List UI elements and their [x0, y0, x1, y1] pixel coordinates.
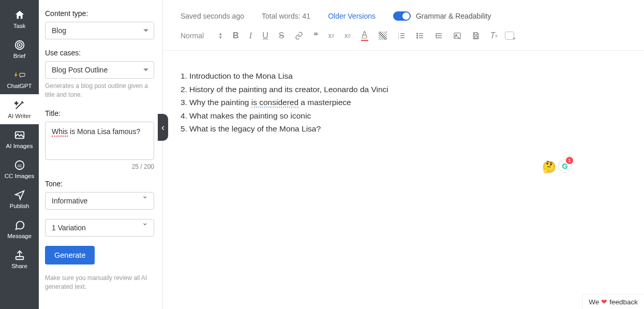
rail-label: AI Writer	[8, 113, 31, 119]
use-cases-helper: Generates a blog post outline given a ti…	[45, 82, 154, 100]
disclaimer-text: Make sure you manually review all AI gen…	[45, 274, 154, 292]
svg-point-10	[416, 33, 417, 34]
wand-icon	[0, 99, 39, 111]
home-icon	[0, 9, 39, 21]
add-block-button[interactable]	[505, 32, 514, 40]
paragraph-style-select[interactable]: Normal ▲▼	[181, 32, 222, 40]
editor-main: Saved seconds ago Total words: 41 Older …	[163, 0, 644, 309]
image-ai-icon	[0, 129, 39, 141]
share-icon	[0, 249, 39, 261]
feedback-button[interactable]: We ❤ feedback	[582, 294, 644, 309]
save-icon	[472, 32, 480, 40]
italic-button[interactable]: I	[249, 31, 252, 41]
use-cases-label: Use cases:	[45, 49, 154, 57]
generate-label: Generate	[54, 251, 85, 259]
rail-item-message[interactable]: Message	[0, 214, 39, 244]
list-item: 3.Why the painting is considered a maste…	[181, 96, 626, 109]
saved-status: Saved seconds ago	[181, 12, 244, 20]
variation-select[interactable]: 1 Variation	[45, 219, 154, 237]
tone-label: Tone:	[45, 180, 154, 188]
strikethrough-button[interactable]: S	[279, 31, 284, 40]
svg-rect-6	[16, 257, 23, 260]
editor-topbar: Saved seconds ago Total words: 41 Older …	[163, 0, 644, 28]
link-button[interactable]	[295, 32, 303, 40]
ordered-list-button[interactable]: 123	[397, 32, 406, 40]
font-color-button[interactable]: A	[361, 30, 368, 41]
document-body[interactable]: 1.Introduction to the Mona Lisa 2.Histor…	[163, 51, 644, 154]
rail-item-chatgpt[interactable]: ChatGPT	[0, 64, 39, 94]
rail-label: ChatGPT	[7, 83, 32, 89]
rail-label: Brief	[13, 53, 26, 59]
image-icon	[453, 32, 461, 40]
rail-item-task[interactable]: Task	[0, 4, 39, 34]
svg-text:cc: cc	[17, 164, 21, 168]
generate-button[interactable]: Generate	[45, 246, 95, 264]
target-icon	[0, 39, 39, 51]
send-icon	[0, 189, 39, 201]
sort-icon: ▲▼	[218, 32, 222, 39]
rail-label: CC Images	[5, 173, 35, 179]
save-button[interactable]	[472, 32, 480, 40]
underline-button[interactable]: U	[262, 31, 268, 40]
svg-point-12	[416, 37, 417, 38]
title-input[interactable]: Whis is Mona Lisa famous?	[45, 122, 154, 160]
background-color-button[interactable]	[379, 32, 387, 40]
rail-label: Message	[7, 233, 32, 239]
svg-point-2	[19, 45, 20, 46]
older-versions-link[interactable]: Older Versions	[328, 12, 376, 20]
rail-item-share[interactable]: Share	[0, 244, 39, 274]
subscript-button[interactable]: x2	[328, 32, 335, 39]
svg-rect-15	[474, 36, 477, 38]
svg-text:3: 3	[398, 36, 399, 39]
rail-item-publish[interactable]: Publish	[0, 184, 39, 214]
paragraph-style-label: Normal	[181, 32, 204, 40]
title-text-rest: is Mona Lisa famous?	[68, 127, 140, 136]
settings-sidebar: Content type: Blog Use cases: Blog Post …	[39, 0, 163, 309]
clear-format-button[interactable]: Tx	[490, 31, 498, 40]
grammar-highlight: is considered	[251, 98, 298, 108]
unordered-list-button[interactable]	[416, 32, 424, 40]
bold-button[interactable]: B	[233, 31, 239, 40]
superscript-button[interactable]: x2	[345, 32, 351, 39]
bolt-chat-icon	[0, 69, 39, 81]
outdent-button[interactable]	[435, 32, 443, 40]
font-color-glyph: A	[362, 30, 367, 39]
rail-item-ai-images[interactable]: AI Images	[0, 124, 39, 154]
list-item: 2.History of the painting and its creato…	[181, 83, 626, 96]
message-icon	[0, 219, 39, 231]
ordered-list-icon: 123	[397, 32, 406, 40]
link-icon	[295, 32, 303, 40]
content-type-label: Content type:	[45, 9, 154, 18]
rail-label: Task	[13, 23, 26, 29]
collapse-sidebar-button[interactable]: ‹	[158, 114, 168, 141]
rail-item-brief[interactable]: Brief	[0, 34, 39, 64]
title-counter: 25 / 200	[45, 163, 154, 170]
rail-item-ai-writer[interactable]: AI Writer	[0, 94, 39, 124]
grammarly-count: 1	[566, 157, 573, 164]
list-item: 5.What is the legacy of the Mona Lisa?	[181, 122, 626, 136]
rail-item-cc-images[interactable]: cc CC Images	[0, 154, 39, 184]
grammarly-badge[interactable]: G 1	[558, 159, 572, 173]
title-label: Title:	[45, 109, 154, 117]
use-cases-select[interactable]: Blog Post Outline	[45, 61, 154, 79]
list-item: 4.What makes the painting so iconic	[181, 109, 626, 123]
tone-select[interactable]: Informative	[45, 192, 154, 210]
blockquote-button[interactable]: ❝	[313, 30, 318, 41]
image-button[interactable]	[453, 32, 461, 40]
word-count: Total words: 41	[262, 12, 310, 20]
rail-label: Share	[11, 263, 27, 269]
editor-toolbar: Normal ▲▼ B I U S ❝ x2 x2 A 123	[163, 28, 644, 51]
grammar-toggle-label: Grammar & Readability	[416, 12, 491, 20]
rail-label: AI Images	[6, 143, 33, 149]
grammar-toggle[interactable]	[393, 11, 411, 21]
content-type-select[interactable]: Blog	[45, 22, 154, 39]
unordered-list-icon	[416, 32, 424, 40]
cc-icon: cc	[0, 159, 39, 171]
heart-icon: ❤	[601, 298, 607, 306]
thinking-emoji-icon[interactable]: 🤔	[542, 160, 556, 174]
hatch-icon	[379, 32, 387, 40]
color-bar-icon	[361, 40, 368, 41]
use-cases-value: Blog Post Outline	[52, 66, 108, 74]
svg-point-11	[416, 35, 417, 36]
title-text-misspelled: Whis	[52, 127, 68, 137]
